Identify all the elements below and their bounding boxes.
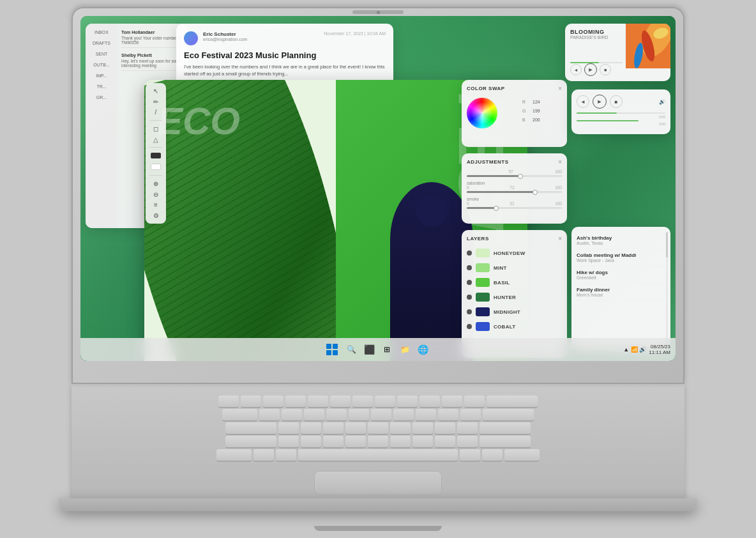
tool-settings[interactable]: ⚙ [149,211,163,220]
key-win[interactable] [253,449,274,461]
start-button[interactable] [326,344,338,355]
key-o[interactable] [438,409,458,420]
key-k[interactable] [435,422,455,434]
key-t[interactable] [349,409,369,420]
key-u[interactable] [393,409,414,420]
nav-drafts[interactable]: DRAFTS [93,40,110,47]
taskbar-taskview[interactable]: ⬛ [362,342,376,357]
adjustments-close[interactable]: × [558,158,562,165]
events-scrollbar[interactable] [666,232,668,346]
layer-mint[interactable]: MINT [467,261,562,275]
taskbar-search[interactable]: 🔍 [344,342,358,357]
taskbar-explorer[interactable]: 📁 [398,342,412,357]
key-w[interactable] [282,409,302,420]
nav-trash[interactable]: TR... [96,83,106,90]
b-input[interactable]: 200 [530,116,562,123]
key-l[interactable] [457,422,478,434]
slider-1-track[interactable] [467,175,562,177]
tool-eraser[interactable]: ◻ [149,125,163,133]
tool-zoom-in[interactable]: ⊕ [149,180,163,188]
nav-inbox[interactable]: INBOX [94,29,109,36]
key-5[interactable] [308,396,328,407]
layers-close[interactable]: × [558,235,562,242]
tool-pen[interactable]: ✏ [149,98,163,106]
slider-1-thumb[interactable] [518,174,523,179]
mp2-progress-bar[interactable] [577,112,665,114]
key-backspace[interactable] [487,396,538,407]
trackpad[interactable] [314,471,442,495]
nav-sent[interactable]: SENT [96,50,108,58]
event-4[interactable]: Family dinner Mom's house [577,284,665,301]
key-i[interactable] [416,409,436,420]
email-item-1[interactable]: Tom Hollandaer Thank you! Your order num… [121,27,184,48]
taskbar-widgets[interactable]: ⊞ [380,342,394,357]
key-alt[interactable] [276,449,296,461]
key-z[interactable] [278,436,299,447]
key-d[interactable] [323,422,344,434]
key-comma[interactable] [435,436,455,447]
layer-basil[interactable]: BASIL [467,275,562,290]
key-ctrl-r[interactable] [504,449,540,461]
event-3[interactable]: Hike w/ dogs Greenbelt [577,266,665,284]
key-m[interactable] [412,436,433,447]
tool-select[interactable]: ↖ [149,87,163,95]
nav-groups[interactable]: GR... [96,94,107,101]
r-input[interactable]: 124 [530,98,562,105]
taskbar-edge[interactable]: 🌐 [416,342,430,357]
key-enter-2[interactable] [480,422,531,434]
key-tab[interactable] [222,409,257,420]
event-2[interactable]: Collab meeting w/ Maddi Work Space - Jav… [577,249,665,266]
slider-3-track[interactable] [467,207,562,209]
key-3[interactable] [263,396,284,407]
key-2[interactable] [241,396,261,407]
key-h[interactable] [390,422,411,434]
key-4[interactable] [285,396,306,407]
key-v[interactable] [345,436,366,447]
tool-color-black[interactable] [151,153,161,158]
key-period[interactable] [457,436,478,447]
layer-cobalt[interactable]: COBALT [467,319,562,334]
key-9[interactable] [397,396,418,407]
tool-zoom-out[interactable]: ⊖ [149,190,163,199]
key-11[interactable] [442,396,462,407]
key-j[interactable] [412,422,433,434]
key-enter[interactable] [483,409,534,420]
key-g[interactable] [368,422,388,434]
key-12[interactable] [464,396,485,407]
key-n[interactable] [390,436,411,447]
key-s[interactable] [301,422,321,434]
key-ctrl-l[interactable] [216,449,252,461]
slider-2-thumb[interactable] [533,190,538,195]
layer-honeydew[interactable]: HONEYDEW [467,246,562,261]
key-e[interactable] [304,409,324,420]
mp2-prev[interactable]: ◄ [577,95,589,108]
layer-hunter[interactable]: HUNTER [467,290,562,305]
key-7[interactable] [352,396,373,407]
color-wheel[interactable] [467,98,497,128]
email-item-2[interactable]: Shelby Pickett Hey, let's meet up soon f… [121,50,184,71]
g-input[interactable]: 199 [530,107,562,114]
play-button[interactable]: ► [584,63,597,76]
key-x[interactable] [301,436,321,447]
key-shift-r[interactable] [480,436,531,447]
music-progress-bar[interactable] [570,62,623,63]
key-fn[interactable] [482,449,503,461]
tool-shape[interactable]: △ [149,135,163,144]
color-swap-close[interactable]: × [558,85,562,92]
key-f[interactable] [345,422,366,434]
key-shift-l[interactable] [225,436,276,447]
key-caps[interactable] [225,422,276,434]
prev-button[interactable]: ◄ [570,64,582,75]
key-6[interactable] [330,396,351,407]
key-b[interactable] [368,436,388,447]
next-button[interactable]: ■ [600,64,611,75]
key-p[interactable] [460,409,481,420]
key-space[interactable] [298,449,458,461]
mp2-play[interactable]: ► [593,95,607,109]
tool-color-white[interactable] [151,164,161,170]
key-alt-r[interactable] [460,449,480,461]
key-8[interactable] [375,396,395,407]
mp2-volume-bar[interactable] [577,120,639,121]
key-q[interactable] [259,409,280,420]
key-y[interactable] [371,409,391,420]
